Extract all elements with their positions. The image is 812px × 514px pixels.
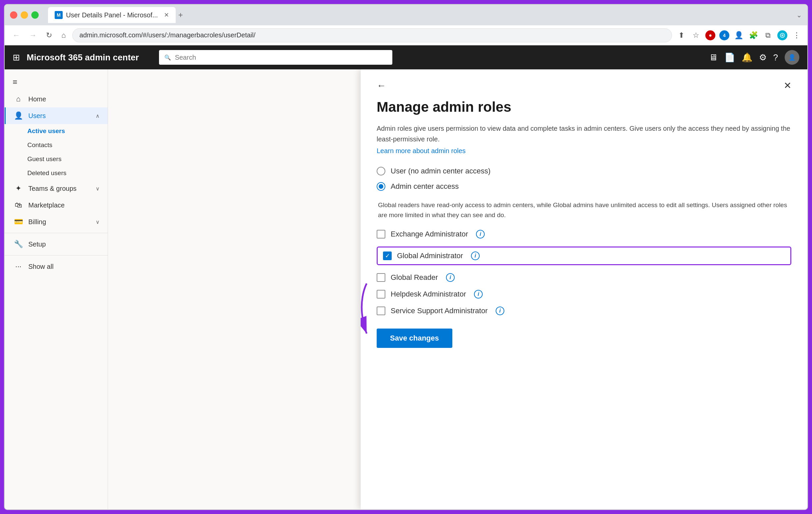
address-bar: ← → ↻ ⌂ ⬆ ☆ ● 4 👤 🧩 ⧉ ⊛ ⋮ bbox=[5, 25, 807, 45]
admin-header: ⊞ Microsoft 365 admin center 🔍 🖥 📄 🔔 ⚙ ?… bbox=[5, 45, 807, 70]
sidebar-sub-item-active-users[interactable]: Active users bbox=[5, 124, 108, 138]
extension-blue-icon[interactable]: 4 bbox=[719, 30, 729, 40]
manage-admin-roles-panel: ← ✕ Manage admin roles Admin roles give … bbox=[361, 70, 807, 509]
sidebar-sub-item-contacts[interactable]: Contacts bbox=[5, 138, 108, 152]
checkbox-exchange-admin-label: Exchange Administrator bbox=[391, 230, 468, 239]
maximize-button[interactable] bbox=[31, 11, 39, 19]
users-icon: 👤 bbox=[14, 111, 23, 120]
sidebar-item-billing[interactable]: 💳 Billing ∨ bbox=[5, 214, 108, 230]
teams-groups-chevron-icon: ∨ bbox=[96, 186, 100, 192]
checkbox-helpdesk-admin[interactable]: Helpdesk Administrator i bbox=[377, 290, 791, 299]
global-reader-info-icon[interactable]: i bbox=[446, 273, 455, 282]
panel-title: Manage admin roles bbox=[377, 99, 791, 115]
sidebar-item-billing-label: Billing bbox=[28, 218, 90, 226]
contacts-label: Contacts bbox=[27, 141, 52, 148]
sidebar-item-home[interactable]: ⌂ Home bbox=[5, 91, 108, 107]
access-description: Global readers have read-only access to … bbox=[377, 200, 791, 220]
active-users-label: Active users bbox=[27, 128, 65, 134]
user-avatar[interactable]: 👤 bbox=[785, 50, 799, 65]
save-changes-button[interactable]: Save changes bbox=[377, 328, 452, 348]
browser-logo-icon[interactable]: ⊛ bbox=[777, 30, 787, 40]
monitor-icon[interactable]: 🖥 bbox=[709, 52, 718, 63]
billing-icon: 💳 bbox=[14, 217, 23, 226]
radio-no-admin[interactable]: User (no admin center access) bbox=[377, 167, 791, 175]
sidebar-toggle-button[interactable]: ≡ bbox=[5, 73, 108, 91]
sidebar-item-setup[interactable]: 🔧 Setup bbox=[5, 236, 108, 252]
new-tab-button[interactable]: + bbox=[178, 10, 183, 20]
checkbox-service-support-admin[interactable]: Service Support Administrator i bbox=[377, 306, 791, 315]
checkbox-helpdesk-admin-label: Helpdesk Administrator bbox=[391, 290, 466, 299]
panel-description: Admin roles give users permission to vie… bbox=[377, 123, 791, 144]
share-icon[interactable]: ⬆ bbox=[676, 30, 687, 41]
checkbox-exchange-admin[interactable]: Exchange Administrator i bbox=[377, 230, 791, 239]
sidebar-item-users[interactable]: 👤 Users ∧ bbox=[5, 107, 108, 124]
tab-bar: M User Details Panel - Microsof... ✕ + bbox=[48, 7, 792, 23]
app-content: ⊞ Microsoft 365 admin center 🔍 🖥 📄 🔔 ⚙ ?… bbox=[5, 45, 807, 509]
active-tab[interactable]: M User Details Panel - Microsof... ✕ bbox=[48, 7, 176, 23]
billing-chevron-icon: ∨ bbox=[96, 219, 100, 225]
learn-more-link[interactable]: Learn more about admin roles bbox=[377, 147, 791, 155]
sidebar-sub-item-guest-users[interactable]: Guest users bbox=[5, 152, 108, 166]
puzzle-icon[interactable]: 🧩 bbox=[748, 30, 759, 41]
search-input[interactable] bbox=[175, 54, 387, 61]
panel-back-button[interactable]: ← bbox=[377, 80, 386, 91]
service-support-admin-info-icon[interactable]: i bbox=[496, 306, 504, 315]
global-admin-info-icon[interactable]: i bbox=[471, 251, 480, 260]
sidebar-sub-item-deleted-users[interactable]: Deleted users bbox=[5, 166, 108, 180]
sidebar-item-marketplace-label: Marketplace bbox=[28, 201, 100, 209]
deleted-users-label: Deleted users bbox=[27, 169, 66, 177]
show-all-icon: ··· bbox=[14, 262, 23, 271]
user-profile-icon[interactable]: 👤 bbox=[733, 30, 744, 41]
minimize-button[interactable] bbox=[21, 11, 28, 19]
tab-close-icon[interactable]: ✕ bbox=[164, 11, 169, 19]
forward-button[interactable]: → bbox=[27, 30, 39, 41]
close-button[interactable] bbox=[10, 11, 17, 19]
checkbox-global-reader[interactable]: Global Reader i bbox=[377, 273, 791, 282]
search-bar[interactable]: 🔍 bbox=[159, 50, 392, 65]
title-bar: M User Details Panel - Microsof... ✕ + ⌄ bbox=[5, 5, 807, 25]
checkbox-list: Exchange Administrator i ✓ Global Admini… bbox=[377, 230, 791, 315]
radio-admin-access[interactable]: Admin center access bbox=[377, 182, 791, 191]
checkbox-global-admin[interactable]: ✓ Global Administrator i bbox=[377, 246, 791, 265]
main-content-area: ← ✕ Manage admin roles Admin roles give … bbox=[108, 70, 807, 509]
radio-admin-access-label: Admin center access bbox=[391, 182, 459, 191]
waffle-icon[interactable]: ⊞ bbox=[13, 52, 20, 63]
checkbox-global-admin-box[interactable]: ✓ bbox=[383, 251, 392, 260]
sidebar-item-users-label: Users bbox=[28, 112, 90, 120]
window-collapse-icon[interactable]: ⌄ bbox=[796, 11, 802, 19]
refresh-button[interactable]: ↻ bbox=[44, 30, 55, 41]
address-input[interactable] bbox=[72, 28, 672, 43]
setup-icon: 🔧 bbox=[14, 240, 23, 248]
checkbox-exchange-admin-box[interactable] bbox=[377, 230, 385, 239]
sidebar-item-show-all[interactable]: ··· Show all bbox=[5, 258, 108, 275]
sidebar-item-teams-groups-label: Teams & groups bbox=[28, 185, 90, 192]
radio-group: User (no admin center access) Admin cent… bbox=[377, 167, 791, 191]
bookmark-icon[interactable]: ☆ bbox=[691, 30, 701, 41]
helpdesk-admin-info-icon[interactable]: i bbox=[474, 290, 483, 299]
tab-favicon: M bbox=[55, 11, 63, 19]
traffic-lights bbox=[10, 11, 39, 19]
radio-admin-access-circle bbox=[377, 182, 385, 191]
sidebar-divider-2 bbox=[5, 255, 108, 255]
sidebar-item-teams-groups[interactable]: ✦ Teams & groups ∨ bbox=[5, 180, 108, 197]
users-chevron-icon: ∧ bbox=[96, 113, 100, 119]
notification-bell-icon[interactable]: 🔔 bbox=[742, 52, 752, 63]
menu-icon[interactable]: ⋮ bbox=[791, 30, 802, 41]
checkbox-service-support-admin-label: Service Support Administrator bbox=[391, 306, 488, 315]
extension-red-icon[interactable]: ● bbox=[705, 30, 715, 40]
sidebar-item-setup-label: Setup bbox=[28, 241, 100, 248]
settings-gear-icon[interactable]: ⚙ bbox=[759, 52, 767, 63]
document-icon[interactable]: 📄 bbox=[724, 52, 735, 63]
split-view-icon[interactable]: ⧉ bbox=[763, 30, 773, 41]
sidebar-item-show-all-label: Show all bbox=[28, 263, 100, 271]
sidebar-item-marketplace[interactable]: 🛍 Marketplace bbox=[5, 197, 108, 214]
purple-arrow-annotation bbox=[361, 275, 383, 342]
back-button[interactable]: ← bbox=[10, 30, 23, 41]
help-question-icon[interactable]: ? bbox=[773, 52, 778, 63]
exchange-admin-info-icon[interactable]: i bbox=[476, 230, 485, 239]
search-icon: 🔍 bbox=[164, 54, 171, 61]
panel-close-button[interactable]: ✕ bbox=[784, 80, 791, 91]
sidebar-divider bbox=[5, 233, 108, 233]
home-nav-button[interactable]: ⌂ bbox=[59, 30, 68, 41]
header-actions: 🖥 📄 🔔 ⚙ ? 👤 bbox=[709, 50, 799, 65]
